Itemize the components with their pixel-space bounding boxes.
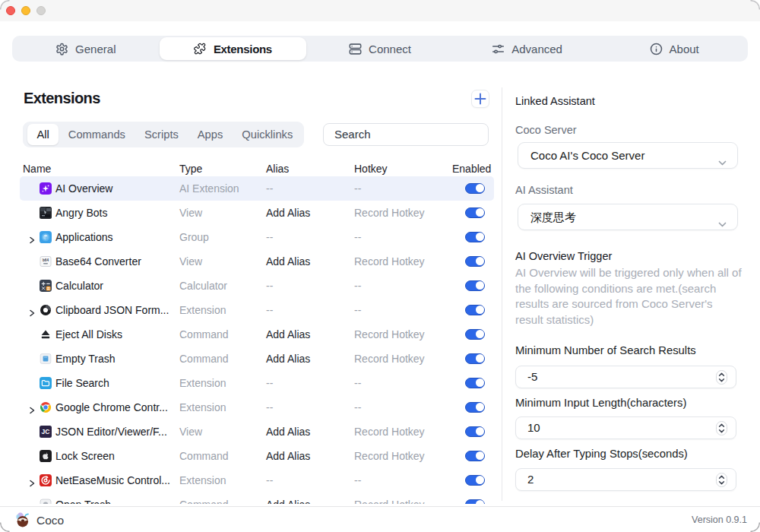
svg-text:JC: JC [42,428,50,435]
svg-text:b64: b64 [43,258,49,262]
